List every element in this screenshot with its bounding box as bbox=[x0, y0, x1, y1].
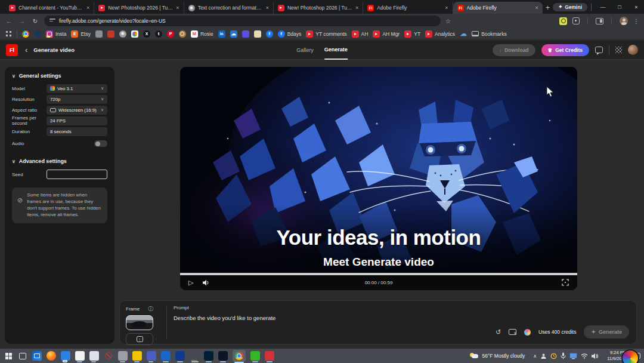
reload-button[interactable]: ↻ bbox=[31, 18, 39, 24]
bookmark-yt[interactable]: YT bbox=[404, 30, 420, 38]
back-chevron-icon[interactable]: ‹ bbox=[25, 45, 27, 54]
bookmark-x[interactable] bbox=[143, 30, 150, 38]
tab-close-icon[interactable]: × bbox=[176, 5, 179, 11]
firefox-icon[interactable] bbox=[47, 351, 56, 361]
printer-icon[interactable] bbox=[118, 351, 128, 361]
notepad-icon[interactable] bbox=[89, 351, 99, 361]
bookmark-tan-app[interactable] bbox=[254, 30, 261, 38]
model-dropdown[interactable]: Veo 3.1 ∨ bbox=[47, 84, 107, 93]
duration-value[interactable]: 8 seconds bbox=[47, 127, 107, 136]
tab-close-icon[interactable]: × bbox=[355, 5, 358, 11]
weather-widget[interactable]: 56°F Mostly cloudy bbox=[470, 353, 525, 359]
bookmark-facebook[interactable] bbox=[266, 30, 273, 38]
tray-network-icon[interactable] bbox=[581, 353, 588, 359]
bookmark-chrome[interactable] bbox=[22, 30, 29, 38]
info-icon[interactable]: ⓘ bbox=[148, 305, 153, 313]
bookmark-analytics[interactable]: Analytics bbox=[425, 30, 455, 38]
url-bar[interactable]: firefly.adobe.com/generate/video?locale=… bbox=[44, 16, 441, 26]
photos-app-icon[interactable] bbox=[75, 351, 85, 361]
bookmark-ah[interactable]: AH bbox=[352, 30, 369, 38]
tab-gallery[interactable]: Gallery bbox=[296, 41, 314, 60]
general-settings-header[interactable]: ∨ General settings bbox=[12, 73, 107, 79]
feedback-icon[interactable] bbox=[595, 47, 603, 53]
user-avatar[interactable] bbox=[628, 45, 638, 55]
history-icon[interactable]: ↺ bbox=[496, 329, 501, 336]
webcam-bubble[interactable] bbox=[621, 349, 639, 363]
chevron-up-icon[interactable]: ∧ bbox=[533, 353, 537, 359]
firefly-logo[interactable]: Fl bbox=[6, 44, 18, 56]
side-panel-icon[interactable] bbox=[596, 18, 603, 24]
bookmark-tumblr[interactable] bbox=[155, 30, 162, 38]
browser-menu-icon[interactable]: ⋮ bbox=[633, 18, 639, 24]
tab-adobe-firefly-active[interactable]: Adobe Firefly × bbox=[453, 2, 543, 14]
audio-toggle[interactable] bbox=[94, 140, 107, 147]
record-blocked-icon[interactable] bbox=[104, 351, 113, 361]
profile-avatar[interactable] bbox=[620, 17, 628, 25]
bookmarks-folder[interactable]: Bookmarks bbox=[472, 30, 507, 38]
window-maximize-button[interactable]: □ bbox=[612, 0, 627, 14]
bookmark-cloud[interactable] bbox=[460, 30, 467, 38]
aspect-ratio-dropdown[interactable]: Widescreen (16:9) ∨ bbox=[47, 106, 107, 115]
bookmark-dark-circle[interactable] bbox=[34, 30, 41, 38]
teams-icon[interactable] bbox=[147, 351, 156, 361]
task-view-button[interactable] bbox=[18, 351, 27, 361]
seed-input[interactable] bbox=[47, 170, 107, 179]
bookmark-etsy[interactable]: Etsy bbox=[71, 30, 91, 38]
add-frame-button[interactable]: ↑ bbox=[126, 333, 153, 345]
outlook-classic-icon[interactable] bbox=[161, 351, 171, 361]
app-grid-icon[interactable] bbox=[615, 47, 622, 53]
bookmark-gray-app[interactable] bbox=[95, 30, 103, 38]
snagit-icon[interactable] bbox=[132, 351, 142, 361]
bookmark-bdays[interactable]: Bdays bbox=[278, 30, 302, 38]
bookmark-purple-app[interactable] bbox=[242, 30, 249, 38]
photoshop-beta-icon[interactable] bbox=[218, 351, 228, 361]
bookmark-onedrive[interactable] bbox=[230, 30, 237, 38]
mail-app-icon[interactable] bbox=[175, 351, 185, 361]
camtasia-icon[interactable] bbox=[250, 351, 260, 361]
site-info-icon[interactable] bbox=[49, 19, 55, 23]
new-tab-button[interactable]: + bbox=[543, 2, 553, 14]
window-minimize-button[interactable]: — bbox=[595, 0, 611, 14]
resolution-dropdown[interactable]: 720p ∨ bbox=[47, 95, 107, 104]
apps-grid-icon[interactable] bbox=[5, 30, 12, 38]
prompt-input[interactable]: Describe the video you'd like to generat… bbox=[174, 315, 499, 321]
search-app-icon[interactable] bbox=[61, 351, 70, 361]
advanced-settings-header[interactable]: ∨ Advanced settings bbox=[12, 158, 107, 164]
start-button[interactable] bbox=[4, 351, 13, 361]
tray-people-icon[interactable] bbox=[540, 353, 547, 359]
bookmark-yt-comments[interactable]: YT comments bbox=[306, 30, 346, 38]
video-frame-icon[interactable] bbox=[509, 329, 516, 335]
tray-clock-icon[interactable] bbox=[550, 353, 557, 359]
extensions-icon[interactable] bbox=[572, 17, 580, 24]
tab-text-correction[interactable]: Text correction and formatting × bbox=[184, 2, 274, 14]
tab-photoshop-video-2[interactable]: New! Photoshop 2026 | Turn A... × bbox=[274, 2, 363, 14]
frame-thumbnail[interactable] bbox=[126, 315, 153, 330]
tray-volume-icon[interactable] bbox=[592, 353, 599, 359]
chrome-taskbar-active[interactable] bbox=[233, 350, 246, 362]
generate-button[interactable]: ✦ Generate bbox=[584, 325, 629, 339]
tray-cast-icon[interactable] bbox=[569, 353, 577, 359]
bookmark-clock-app[interactable] bbox=[179, 30, 186, 38]
tray-mic-icon[interactable] bbox=[561, 352, 566, 359]
tab-adobe-firefly-1[interactable]: Adobe Firefly × bbox=[363, 2, 453, 14]
tab-close-icon[interactable]: × bbox=[445, 5, 448, 11]
bookmark-linkedin[interactable] bbox=[218, 30, 225, 38]
outlook-icon[interactable] bbox=[32, 351, 42, 361]
fps-value[interactable]: 24 FPS bbox=[47, 116, 107, 125]
bookmark-star-icon[interactable]: ☆ bbox=[445, 18, 451, 24]
bookmark-red-app[interactable] bbox=[107, 30, 114, 38]
bookmark-rosie[interactable]: Rosie bbox=[191, 30, 213, 38]
video-seek-bar[interactable] bbox=[180, 273, 577, 275]
bookmark-pinterest[interactable] bbox=[167, 30, 174, 38]
red-c-app-icon[interactable] bbox=[265, 351, 274, 361]
back-button[interactable]: ← bbox=[5, 17, 13, 24]
download-button[interactable]: ↓ Download bbox=[493, 44, 535, 56]
tab-close-icon[interactable]: × bbox=[86, 5, 89, 11]
url-text[interactable]: firefly.adobe.com/generate/video?locale=… bbox=[59, 18, 166, 24]
file-explorer-icon[interactable] bbox=[190, 351, 199, 361]
tab-close-icon[interactable]: × bbox=[535, 5, 538, 11]
tab-generate[interactable]: Generate bbox=[324, 41, 348, 60]
bookmark-ah-mgr[interactable]: AH Mgr bbox=[373, 30, 400, 38]
photoshop-icon[interactable] bbox=[204, 351, 213, 361]
bookmark-insta[interactable]: Insta bbox=[46, 30, 66, 38]
